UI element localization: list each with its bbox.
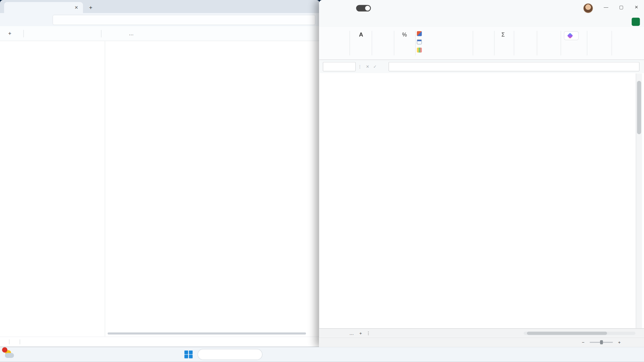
divider bbox=[23, 30, 23, 37]
sheet-tab-bar: … + … bbox=[319, 328, 644, 338]
rename-button[interactable] bbox=[62, 28, 74, 39]
explorer-command-bar: + … bbox=[0, 26, 320, 41]
cell-styles-button[interactable] bbox=[417, 46, 471, 54]
number-icon: % bbox=[395, 30, 415, 39]
file-list-area bbox=[105, 41, 319, 337]
refresh-button[interactable] bbox=[39, 14, 49, 25]
file-list bbox=[105, 52, 319, 53]
name-box[interactable] bbox=[323, 62, 356, 71]
delete-button[interactable] bbox=[86, 28, 98, 39]
formula-input[interactable] bbox=[388, 62, 639, 71]
cell-styles-icon bbox=[417, 48, 422, 53]
sensitivity-icon bbox=[516, 30, 535, 39]
folder-icon bbox=[7, 5, 13, 10]
scroll-up-icon[interactable] bbox=[636, 73, 642, 79]
paste-button[interactable] bbox=[50, 28, 62, 39]
horizontal-scrollbar[interactable] bbox=[108, 333, 312, 335]
spreadsheet-group[interactable] bbox=[613, 30, 633, 44]
new-sheet-button[interactable]: + bbox=[356, 330, 365, 336]
adobe-acrobat-group[interactable] bbox=[589, 30, 608, 48]
excel-status-bar: − + bbox=[319, 338, 644, 347]
back-button[interactable] bbox=[4, 14, 14, 25]
plus-icon: + bbox=[8, 32, 11, 36]
addins-button[interactable] bbox=[538, 30, 558, 40]
explorer-tab-strip: ✕ + bbox=[0, 0, 320, 13]
save-button[interactable] bbox=[374, 4, 383, 12]
file-explorer-window: ✕ + + bbox=[0, 0, 320, 347]
more-sheets-button[interactable]: … bbox=[347, 330, 356, 336]
maximize-button[interactable]: ▢ bbox=[613, 0, 629, 14]
excel-logo-icon bbox=[326, 5, 333, 12]
forward-button[interactable] bbox=[16, 14, 26, 25]
breadcrumb[interactable] bbox=[53, 14, 316, 25]
notification-badge bbox=[2, 347, 7, 353]
up-button[interactable] bbox=[27, 14, 38, 25]
sort-button[interactable] bbox=[104, 32, 115, 36]
redo-button[interactable] bbox=[395, 4, 405, 12]
enter-icon[interactable]: ✓ bbox=[371, 64, 379, 69]
explorer-address-bar bbox=[0, 13, 320, 26]
desktop: ✕ + + bbox=[0, 0, 644, 362]
formula-bar: ⋮ ✕ ✓ bbox=[319, 60, 644, 73]
undo-button[interactable] bbox=[385, 4, 394, 12]
scrollbar-thumb[interactable] bbox=[637, 81, 641, 134]
selection-info bbox=[13, 340, 15, 344]
alignment-icon bbox=[373, 30, 392, 39]
editing-group[interactable]: Σ bbox=[493, 30, 513, 40]
addins-icon bbox=[538, 30, 558, 39]
explorer-sidebar bbox=[0, 41, 105, 337]
ribbon-tabs bbox=[319, 16, 644, 27]
weather-widget[interactable] bbox=[4, 349, 18, 360]
vertical-scrollbar[interactable] bbox=[636, 73, 642, 328]
zoom-in-button[interactable]: + bbox=[617, 340, 622, 345]
format-as-table-icon bbox=[417, 40, 422, 45]
divider bbox=[9, 340, 9, 345]
sensitivity-button[interactable] bbox=[516, 30, 535, 40]
editing-icon: Σ bbox=[493, 30, 513, 39]
file-list-header bbox=[105, 41, 319, 52]
cancel-icon[interactable]: ✕ bbox=[364, 64, 371, 69]
user-avatar[interactable] bbox=[583, 3, 593, 13]
taskbar-search[interactable] bbox=[198, 349, 262, 360]
conditional-formatting-button[interactable] bbox=[417, 29, 471, 38]
font-icon: A bbox=[351, 30, 371, 39]
conditional-formatting-icon bbox=[417, 31, 422, 36]
search-icon[interactable] bbox=[567, 4, 576, 12]
zoom-out-button[interactable]: − bbox=[581, 340, 586, 345]
weather-icon bbox=[4, 349, 15, 360]
cells-group[interactable] bbox=[474, 30, 494, 40]
cut-button[interactable] bbox=[26, 28, 39, 39]
spreadsheet-icon bbox=[613, 30, 633, 39]
copilot-icon bbox=[567, 33, 573, 39]
close-button[interactable]: ✕ bbox=[629, 0, 644, 14]
copy-button[interactable] bbox=[39, 28, 51, 39]
minimize-button[interactable]: — bbox=[598, 0, 613, 14]
sheet-horizontal-scrollbar[interactable] bbox=[524, 331, 635, 335]
view-button[interactable] bbox=[115, 32, 125, 36]
more-options-button[interactable]: … bbox=[125, 28, 138, 38]
format-as-table-button[interactable] bbox=[417, 38, 471, 46]
share-button[interactable] bbox=[632, 18, 640, 26]
excel-window: — ▢ ✕ A bbox=[319, 0, 644, 347]
spreadsheet-grid[interactable] bbox=[322, 73, 636, 328]
new-tab-button[interactable]: + bbox=[86, 3, 95, 12]
alignment-group[interactable] bbox=[373, 30, 392, 40]
scroll-down-icon[interactable] bbox=[636, 322, 642, 328]
clipboard-icon bbox=[329, 30, 349, 39]
new-button[interactable]: + bbox=[4, 29, 20, 38]
styles-group bbox=[417, 29, 471, 54]
zoom-slider[interactable] bbox=[590, 342, 613, 343]
system-tray bbox=[618, 347, 641, 362]
share-button[interactable] bbox=[74, 28, 86, 39]
acrobat-icon bbox=[589, 30, 608, 39]
tab-close-icon[interactable]: ✕ bbox=[73, 5, 80, 10]
explorer-tab[interactable]: ✕ bbox=[4, 2, 83, 13]
sheet-menu-button[interactable]: … bbox=[367, 328, 372, 338]
number-group[interactable]: % bbox=[395, 30, 415, 40]
clipboard-group[interactable] bbox=[329, 30, 349, 40]
font-group[interactable]: A bbox=[351, 30, 371, 40]
last-modified bbox=[476, 5, 478, 10]
copilot-button[interactable] bbox=[564, 31, 579, 40]
autosave-toggle[interactable] bbox=[356, 5, 371, 12]
start-button[interactable] bbox=[182, 348, 195, 361]
